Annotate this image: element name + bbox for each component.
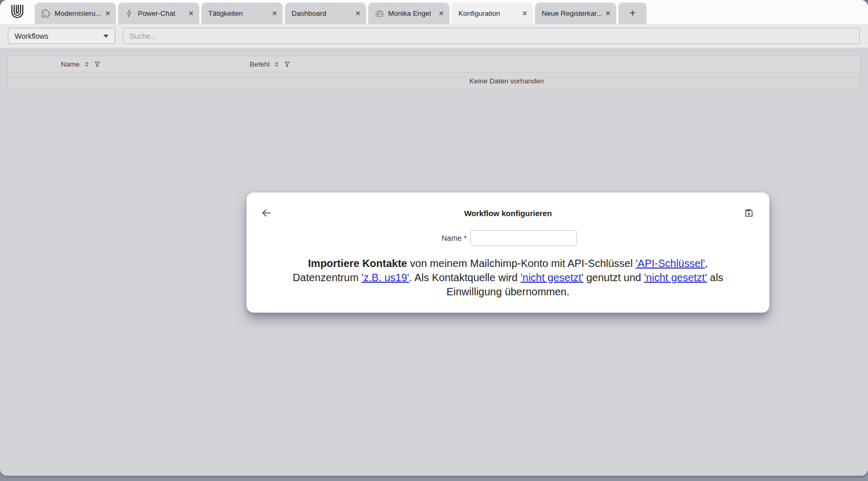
workflow-dialog: Workflow konfigurieren Name * Importiere… <box>247 193 769 313</box>
tab-close-icon[interactable]: ✕ <box>605 10 611 17</box>
tab-dashboard[interactable]: Dashboard ✕ <box>285 3 366 24</box>
app-logo-icon[interactable] <box>0 0 35 24</box>
name-input[interactable] <box>470 230 577 246</box>
name-field-row: Name * <box>247 230 769 246</box>
table-empty-row: Keine Daten vorhanden <box>8 72 860 89</box>
column-label: Name <box>61 60 80 68</box>
tab-konfiguration[interactable]: Konfiguration ✕ <box>452 3 533 24</box>
tab-label: Modernisieru... <box>55 9 102 17</box>
puzzle-icon <box>41 9 50 18</box>
column-header-name: Name <box>8 60 250 68</box>
tab-label: Power-Chat <box>138 9 185 17</box>
tab-close-icon[interactable]: ✕ <box>188 10 194 17</box>
description-text: genutzt und <box>583 272 644 283</box>
dialog-title: Workflow konfigurieren <box>247 209 769 218</box>
filter-icon[interactable] <box>284 61 291 68</box>
tab-modernisierung[interactable]: Modernisieru... ✕ <box>35 3 116 24</box>
tab-label: Dashboard <box>292 9 352 17</box>
placeholder-link[interactable]: 'nicht gesetzt' <box>520 272 583 283</box>
description-text: Datenzentrum <box>293 272 361 283</box>
description-text: , <box>705 258 708 269</box>
tab-label: Tätigkeiten <box>208 9 269 17</box>
empty-message: Keine Daten vorhanden <box>469 77 544 85</box>
chevron-down-icon <box>103 35 109 38</box>
app-window: Modernisieru... ✕ Power-Chat ✕ Tätigkeit… <box>0 0 868 476</box>
tab-close-icon[interactable]: ✕ <box>105 10 111 17</box>
tab-close-icon[interactable]: ✕ <box>438 10 444 17</box>
badge-icon <box>375 9 384 18</box>
tab-monika-engel[interactable]: Monika Engel ✕ <box>368 3 449 24</box>
placeholder-link[interactable]: 'nicht gesetzt' <box>644 272 707 283</box>
name-label: Name * <box>247 234 467 242</box>
lightning-icon <box>125 9 134 18</box>
description-text: von meinem Mailchimp-Konto mit API-Schlü… <box>407 258 636 269</box>
view-selector-value: Workflows <box>15 32 48 40</box>
tab-power-chat[interactable]: Power-Chat ✕ <box>118 3 199 24</box>
dialog-header: Workflow konfigurieren <box>247 193 769 219</box>
tab-close-icon[interactable]: ✕ <box>355 10 361 17</box>
search-input[interactable] <box>123 28 860 44</box>
sort-icon[interactable] <box>273 61 280 68</box>
description-text: . Als Kontaktquelle wird <box>409 272 520 283</box>
sort-icon[interactable] <box>83 61 90 68</box>
workflows-table: Name Befehl Keine Daten vorhanden <box>7 56 861 90</box>
tab-label: Neue Registerkar... <box>542 9 602 17</box>
save-icon[interactable] <box>744 208 754 218</box>
column-label: Befehl <box>250 60 270 68</box>
description-text: als <box>707 272 723 283</box>
description-text: Einwilligung übernommen. <box>446 286 570 297</box>
tab-close-icon[interactable]: ✕ <box>522 10 528 17</box>
tab-taetigkeiten[interactable]: Tätigkeiten ✕ <box>201 3 283 24</box>
tab-strip: Modernisieru... ✕ Power-Chat ✕ Tätigkeit… <box>0 0 868 24</box>
table-header-row: Name Befehl <box>8 56 860 72</box>
tab-close-icon[interactable]: ✕ <box>272 10 277 17</box>
placeholder-link[interactable]: 'API-Schlüssel' <box>636 258 705 269</box>
placeholder-link[interactable]: 'z.B. us19' <box>361 272 409 283</box>
toolbar: Workflows <box>0 24 868 48</box>
tabs-container: Modernisieru... ✕ Power-Chat ✕ Tätigkeit… <box>35 3 616 24</box>
view-selector-dropdown[interactable]: Workflows <box>8 28 115 44</box>
description-text: Importiere Kontakte <box>308 258 407 269</box>
dialog-description: Importiere Kontakte von meinem Mailchimp… <box>247 256 769 299</box>
back-arrow-icon[interactable] <box>261 207 272 219</box>
tab-label: Konfiguration <box>458 9 519 17</box>
tab-neue-registerkarte[interactable]: Neue Registerkar... ✕ <box>535 3 616 24</box>
filter-icon[interactable] <box>94 61 101 68</box>
main-content: Name Befehl Keine Daten vorhanden Workfl… <box>0 48 868 476</box>
new-tab-button[interactable]: + <box>618 3 647 24</box>
column-header-befehl: Befehl <box>250 60 291 68</box>
plus-icon: + <box>629 7 636 19</box>
tab-label: Monika Engel <box>388 9 435 17</box>
